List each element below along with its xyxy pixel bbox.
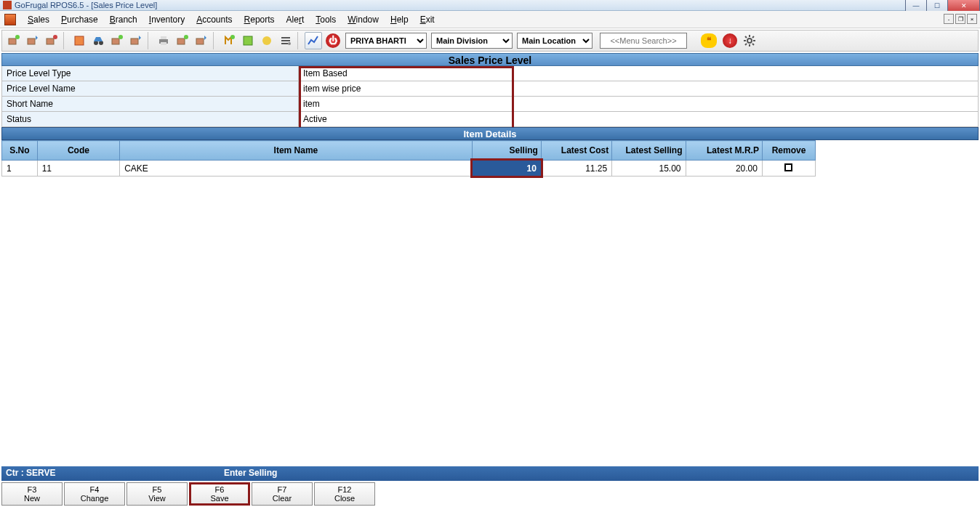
toolbar-chart-button[interactable] bbox=[305, 32, 322, 49]
toolbar-gear-button[interactable] bbox=[741, 32, 758, 49]
svg-rect-0 bbox=[9, 38, 16, 44]
cell-selling[interactable]: 10 bbox=[472, 161, 541, 177]
app-icon bbox=[3, 1, 12, 9]
title-bar: GoFrugal RPOS6.5 - [Sales Price Level] —… bbox=[0, 0, 980, 11]
field-value-status[interactable]: Active bbox=[299, 112, 978, 126]
mdi-minimize-button[interactable]: - bbox=[944, 14, 954, 24]
col-latest-mrp[interactable]: Latest M.R.P bbox=[686, 141, 762, 161]
app-logo-icon bbox=[4, 14, 16, 25]
location-select[interactable]: Main Location bbox=[517, 33, 593, 49]
cell-latest-mrp: 20.00 bbox=[686, 161, 762, 177]
fkey-bar: F3New F4Change F5View F6Save F7Clear F12… bbox=[1, 482, 375, 506]
col-name[interactable]: Item Name bbox=[120, 141, 472, 161]
toolbar: ⏻ PRIYA BHARTI Main Division Main Locati… bbox=[1, 30, 979, 52]
fkey-view[interactable]: F5View bbox=[126, 482, 188, 506]
col-selling[interactable]: Selling bbox=[472, 141, 541, 161]
menu-search-input[interactable] bbox=[600, 33, 687, 49]
status-right: Enter Selling bbox=[220, 466, 281, 481]
user-select[interactable]: PRIYA BHARTI bbox=[345, 33, 427, 49]
toolbar-btn-4[interactable] bbox=[71, 32, 88, 49]
field-value-name[interactable]: item wise price bbox=[299, 81, 978, 96]
menu-help[interactable]: Help bbox=[385, 15, 414, 25]
toolbar-btn-7[interactable] bbox=[127, 32, 145, 49]
menu-sales[interactable]: Sales bbox=[22, 15, 55, 25]
toolbar-btn-9[interactable] bbox=[174, 32, 191, 49]
toolbar-btn-10[interactable] bbox=[193, 32, 210, 49]
mdi-restore-button[interactable]: ❐ bbox=[955, 14, 965, 24]
cell-latest-selling: 15.00 bbox=[612, 161, 686, 177]
division-select[interactable]: Main Division bbox=[431, 33, 513, 49]
svg-rect-2 bbox=[28, 38, 35, 44]
cell-remove[interactable] bbox=[762, 161, 815, 177]
menu-window[interactable]: Window bbox=[342, 15, 385, 25]
menu-exit[interactable]: Exit bbox=[414, 15, 441, 25]
svg-point-9 bbox=[119, 35, 123, 39]
svg-rect-12 bbox=[161, 36, 166, 39]
toolbar-power-button[interactable]: ⏻ bbox=[326, 33, 340, 48]
menu-branch[interactable]: Branch bbox=[104, 15, 143, 25]
field-label-status: Status bbox=[2, 112, 299, 126]
fkey-close[interactable]: F12Close bbox=[314, 482, 375, 506]
svg-point-15 bbox=[184, 35, 188, 39]
window-title: GoFrugal RPOS6.5 - [Sales Price Level] bbox=[15, 1, 157, 9]
menu-reports[interactable]: Reports bbox=[238, 15, 281, 25]
toolbar-btn-5[interactable] bbox=[89, 32, 107, 49]
toolbar-chat-icon[interactable]: ❝ bbox=[701, 33, 717, 48]
cell-sno: 1 bbox=[2, 161, 38, 177]
svg-point-1 bbox=[15, 35, 20, 39]
fkey-clear[interactable]: F7Clear bbox=[252, 482, 313, 506]
remove-checkbox-icon[interactable] bbox=[784, 163, 792, 171]
svg-rect-14 bbox=[177, 38, 185, 44]
toolbar-download-icon[interactable]: ↓ bbox=[723, 33, 737, 48]
svg-rect-3 bbox=[47, 38, 54, 44]
menu-accounts[interactable]: Accounts bbox=[190, 15, 238, 25]
section-header: Sales Price Level bbox=[1, 53, 979, 66]
field-label-short: Short Name bbox=[2, 97, 299, 111]
field-value-type[interactable]: Item Based bbox=[299, 66, 978, 81]
svg-rect-5 bbox=[75, 36, 84, 45]
svg-point-17 bbox=[230, 35, 235, 39]
fkey-new[interactable]: F3New bbox=[1, 482, 63, 506]
table-row[interactable]: 1 11 CAKE 10 11.25 15.00 20.00 bbox=[2, 161, 816, 177]
cell-name: CAKE bbox=[120, 161, 472, 177]
fkey-change[interactable]: F4Change bbox=[64, 482, 125, 506]
toolbar-btn-1[interactable] bbox=[5, 32, 23, 49]
svg-rect-13 bbox=[161, 42, 166, 45]
cell-latest-cost: 11.25 bbox=[541, 161, 611, 177]
col-sno[interactable]: S.No bbox=[2, 141, 38, 161]
toolbar-btn-11[interactable] bbox=[220, 32, 238, 49]
toolbar-btn-13[interactable] bbox=[258, 32, 276, 49]
svg-rect-8 bbox=[112, 38, 119, 44]
toolbar-btn-6[interactable] bbox=[108, 32, 126, 49]
col-remove[interactable]: Remove bbox=[762, 141, 815, 161]
status-left: Ctr : SERVE bbox=[1, 466, 220, 481]
menu-bar: Sales Purchase Branch Inventory Accounts… bbox=[0, 11, 980, 28]
toolbar-btn-2[interactable] bbox=[24, 32, 41, 49]
menu-purchase[interactable]: Purchase bbox=[55, 15, 104, 25]
svg-rect-18 bbox=[244, 36, 252, 45]
svg-rect-10 bbox=[131, 38, 138, 44]
svg-point-21 bbox=[747, 38, 752, 43]
svg-point-20 bbox=[288, 42, 291, 45]
toolbar-btn-12[interactable] bbox=[239, 32, 257, 49]
item-details-header: Item Details bbox=[1, 127, 979, 140]
mdi-close-button[interactable]: × bbox=[967, 14, 977, 24]
toolbar-print-button[interactable] bbox=[155, 32, 172, 49]
col-latest-cost[interactable]: Latest Cost bbox=[541, 141, 611, 161]
menu-inventory[interactable]: Inventory bbox=[143, 15, 190, 25]
field-value-short[interactable]: item bbox=[299, 97, 978, 111]
svg-rect-16 bbox=[196, 38, 204, 44]
col-code[interactable]: Code bbox=[37, 141, 120, 161]
toolbar-btn-3[interactable] bbox=[43, 32, 60, 49]
svg-point-19 bbox=[262, 36, 271, 45]
status-bar: Ctr : SERVE Enter Selling bbox=[1, 466, 979, 481]
field-label-type: Price Level Type bbox=[2, 66, 299, 81]
col-latest-selling[interactable]: Latest Selling bbox=[612, 141, 686, 161]
toolbar-settings-button[interactable] bbox=[277, 32, 294, 49]
field-label-name: Price Level Name bbox=[2, 81, 299, 96]
svg-point-4 bbox=[53, 35, 57, 39]
fkey-save[interactable]: F6Save bbox=[189, 482, 250, 506]
menu-alert[interactable]: Alert bbox=[281, 15, 310, 25]
item-details-table: S.No Code Item Name Selling Latest Cost … bbox=[1, 140, 816, 177]
menu-tools[interactable]: Tools bbox=[310, 15, 342, 25]
